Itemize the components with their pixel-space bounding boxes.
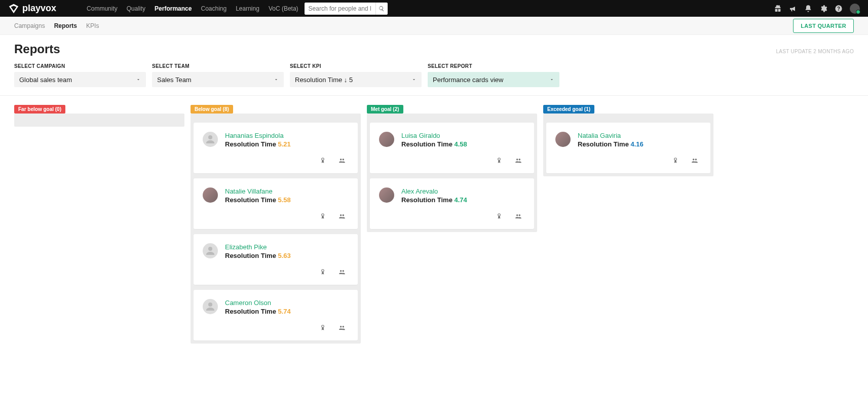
card-actions (203, 324, 349, 333)
avatar (555, 132, 571, 147)
user-avatar[interactable] (850, 4, 860, 14)
coaching-icon[interactable] (338, 324, 346, 333)
top-nav: playvox CommunityQualityPerformanceCoach… (0, 0, 868, 17)
column-body: Hananias EspindolaResolution Time 5.21Na… (191, 114, 361, 344)
select-value: Sales Team (157, 76, 192, 84)
card-name[interactable]: Natalia Gaviria (578, 132, 644, 139)
column-pill: Below goal (8) (191, 105, 233, 114)
performance-card[interactable]: Alex ArevaloResolution Time 4.74 (370, 178, 534, 229)
avatar (203, 187, 218, 203)
card-name[interactable]: Alex Arevalo (401, 187, 467, 195)
card-metric: Resolution Time 5.21 (225, 140, 291, 148)
top-nav-right (774, 4, 860, 14)
column-pill: Far below goal (0) (14, 105, 65, 114)
award-icon[interactable] (319, 213, 326, 222)
card-metric: Resolution Time 5.63 (225, 252, 291, 259)
top-nav-item[interactable]: VoC (Beta) (269, 5, 298, 12)
performance-card[interactable]: Cameron OlsonResolution Time 5.74 (194, 290, 358, 341)
filter-label: SELECT KPI (290, 63, 422, 69)
award-icon[interactable] (496, 213, 503, 222)
global-search[interactable] (305, 3, 388, 15)
sub-nav-item[interactable]: Campaigns (14, 22, 45, 29)
select-value: Resolution Time ↓ 5 (295, 76, 353, 84)
chevron-down-icon (274, 77, 279, 82)
card-metric: Resolution Time 5.58 (225, 196, 291, 204)
award-icon[interactable] (672, 157, 679, 166)
performance-card[interactable]: Hananias EspindolaResolution Time 5.21 (194, 123, 358, 173)
award-icon[interactable] (319, 324, 326, 333)
performance-card[interactable]: Natalia GaviriaResolution Time 4.16 (546, 123, 710, 173)
top-nav-item[interactable]: Coaching (201, 5, 227, 12)
board-column-exceeded: Exceeded goal (1)Natalia GaviriaResoluti… (543, 104, 713, 176)
card-metric: Resolution Time 5.74 (225, 308, 291, 315)
board-column-far_below: Far below goal (0) (14, 104, 184, 127)
filter-report: SELECT REPORT Performance cards view (428, 63, 559, 87)
period-button[interactable]: LAST QUARTER (793, 19, 854, 33)
award-icon[interactable] (496, 157, 503, 166)
performance-card[interactable]: Natalie VillafaneResolution Time 5.58 (194, 178, 358, 229)
card-metric: Resolution Time 4.74 (401, 196, 467, 204)
avatar (379, 187, 394, 203)
coaching-icon[interactable] (691, 157, 698, 166)
card-actions (203, 157, 349, 166)
top-nav-item[interactable]: Learning (236, 5, 259, 12)
filter-team: SELECT TEAM Sales Team (152, 63, 284, 87)
coaching-icon[interactable] (338, 157, 346, 166)
card-name[interactable]: Luisa Giraldo (401, 132, 467, 139)
filter-label: SELECT CAMPAIGN (14, 63, 146, 69)
help-icon[interactable] (835, 5, 843, 13)
search-button[interactable] (375, 3, 388, 15)
column-body: Luisa GiraldoResolution Time 4.58Alex Ar… (367, 114, 537, 232)
card-name[interactable]: Hananias Espindola (225, 132, 291, 139)
card-name[interactable]: Cameron Olson (225, 299, 291, 307)
search-input[interactable] (305, 3, 375, 15)
search-icon (379, 6, 385, 12)
avatar (203, 299, 218, 314)
bell-icon[interactable] (804, 5, 812, 13)
board-column-met: Met goal (2)Luisa GiraldoResolution Time… (367, 104, 537, 232)
sub-nav: CampaignsReportsKPIs LAST QUARTER (0, 17, 868, 35)
card-actions (203, 269, 349, 278)
report-select[interactable]: Performance cards view (428, 72, 559, 87)
card-name[interactable]: Natalie Villafane (225, 187, 291, 195)
kpi-select[interactable]: Resolution Time ↓ 5 (290, 72, 422, 87)
card-actions (203, 213, 349, 222)
column-body: Natalia GaviriaResolution Time 4.16 (543, 114, 713, 176)
gear-icon[interactable] (819, 5, 827, 13)
award-icon[interactable] (319, 157, 326, 166)
card-name[interactable]: Elizabeth Pike (225, 243, 291, 251)
card-actions (379, 213, 525, 222)
coaching-icon[interactable] (338, 213, 346, 222)
coaching-icon[interactable] (515, 213, 522, 222)
performance-board: Far below goal (0)Below goal (8)Hananias… (0, 96, 868, 352)
column-pill: Exceeded goal (1) (543, 105, 594, 114)
top-nav-item[interactable]: Quality (127, 5, 145, 12)
sub-nav-item[interactable]: Reports (54, 22, 77, 29)
board-column-below: Below goal (8)Hananias EspindolaResoluti… (191, 104, 361, 344)
campaign-select[interactable]: Global sales team (14, 72, 146, 87)
avatar (203, 243, 218, 258)
top-nav-item[interactable]: Performance (155, 5, 192, 12)
avatar (379, 132, 394, 147)
filters-row: SELECT CAMPAIGN Global sales team SELECT… (14, 63, 854, 95)
coaching-icon[interactable] (338, 269, 346, 278)
award-icon[interactable] (319, 269, 326, 278)
select-value: Global sales team (19, 76, 72, 84)
avatar (203, 132, 218, 147)
card-metric: Resolution Time 4.16 (578, 140, 644, 148)
performance-card[interactable]: Luisa GiraldoResolution Time 4.58 (370, 123, 534, 173)
gift-icon[interactable] (774, 5, 782, 13)
megaphone-icon[interactable] (789, 5, 797, 13)
page-content: Reports LAST UPDATE 2 MONTHS AGO SELECT … (0, 35, 868, 95)
performance-card[interactable]: Elizabeth PikeResolution Time 5.63 (194, 234, 358, 285)
team-select[interactable]: Sales Team (152, 72, 284, 87)
card-metric: Resolution Time 4.58 (401, 140, 467, 148)
sub-nav-links: CampaignsReportsKPIs (14, 22, 99, 29)
top-nav-item[interactable]: Community (87, 5, 118, 12)
coaching-icon[interactable] (515, 157, 522, 166)
brand-name: playvox (22, 3, 56, 14)
brand-logo[interactable]: playvox (8, 3, 56, 14)
card-actions (555, 157, 701, 166)
chevron-down-icon (136, 77, 141, 82)
sub-nav-item[interactable]: KPIs (86, 22, 99, 29)
